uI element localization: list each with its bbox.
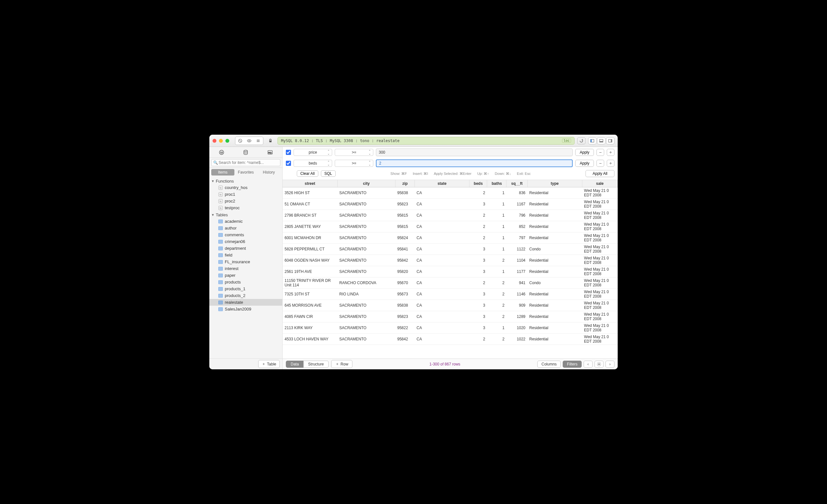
next-page-button[interactable]: ›	[605, 361, 615, 368]
column-header[interactable]: street	[283, 180, 337, 187]
table-cell[interactable]: 3	[470, 311, 487, 322]
sidebar-tab-favorites[interactable]: Favorites	[234, 169, 257, 175]
table-cell[interactable]: 1177	[506, 266, 527, 278]
table-cell[interactable]: 2113 KIRK WAY	[283, 322, 337, 334]
table-cell[interactable]: 95842	[395, 255, 415, 266]
column-header[interactable]: city	[337, 180, 395, 187]
table-cell[interactable]: 3	[470, 199, 487, 210]
table-cell[interactable]: RANCHO CORDOVA	[337, 278, 395, 289]
table-cell[interactable]: Wed May 21 0 EDT 2008	[582, 255, 617, 266]
table-cell[interactable]: CA	[415, 210, 470, 221]
table-cell[interactable]: 51 OMAHA CT	[283, 199, 337, 210]
apply-filter-button[interactable]: Apply	[575, 160, 594, 167]
table-cell[interactable]: SACRAMENTO	[337, 221, 395, 233]
table-cell[interactable]: Residential	[527, 233, 582, 244]
data-tab[interactable]: Data	[286, 361, 303, 368]
table-cell[interactable]: Wed May 21 0 EDT 2008	[582, 322, 617, 334]
table-cell[interactable]: 2	[470, 278, 487, 289]
table-cell[interactable]: 1	[487, 199, 506, 210]
sidebar-item-function[interactable]: fxcountry_hos	[209, 184, 282, 191]
table-cell[interactable]: Wed May 21 0 EDT 2008	[582, 244, 617, 255]
table-cell[interactable]: 2	[487, 334, 506, 345]
table-row[interactable]: 51 OMAHA CTSACRAMENTO95823CA311167Reside…	[283, 199, 618, 210]
table-cell[interactable]: 3526 HIGH ST	[283, 187, 337, 199]
table-cell[interactable]: 2	[470, 221, 487, 233]
table-cell[interactable]: Residential	[527, 334, 582, 345]
table-cell[interactable]: CA	[415, 266, 470, 278]
sidebar-item-table[interactable]: paper	[209, 272, 282, 279]
table-cell[interactable]: 95823	[395, 199, 415, 210]
sidebar-item-table[interactable]: interest	[209, 265, 282, 272]
table-cell[interactable]: 2	[470, 233, 487, 244]
filter-enabled-checkbox[interactable]	[286, 150, 291, 155]
table-cell[interactable]: 1	[487, 322, 506, 334]
sidebar-item-table[interactable]: SalesJan2009	[209, 306, 282, 312]
table-cell[interactable]: Residential	[527, 300, 582, 311]
column-header[interactable]: sq__ft	[506, 180, 527, 187]
table-cell[interactable]: 3	[470, 244, 487, 255]
table-cell[interactable]: 1020	[506, 322, 527, 334]
table-cell[interactable]: 7325 10TH ST	[283, 289, 337, 300]
table-row[interactable]: 3526 HIGH STSACRAMENTO95838CA21836Reside…	[283, 187, 618, 199]
minimize-window-button[interactable]	[219, 139, 223, 143]
table-cell[interactable]: 797	[506, 233, 527, 244]
table-cell[interactable]: 4533 LOCH HAVEN WAY	[283, 334, 337, 345]
table-cell[interactable]: Residential	[527, 187, 582, 199]
table-cell[interactable]: 2	[487, 278, 506, 289]
table-cell[interactable]: 1146	[506, 289, 527, 300]
table-cell[interactable]: Wed May 21 0 EDT 2008	[582, 334, 617, 345]
sidebar-item-table[interactable]: products_1	[209, 286, 282, 292]
clear-all-button[interactable]: Clear All	[297, 170, 318, 177]
table-row[interactable]: 6001 MCMAHON DRSACRAMENTO95824CA21797Res…	[283, 233, 618, 244]
table-cell[interactable]: Wed May 21 0 EDT 2008	[582, 187, 617, 199]
table-cell[interactable]: CA	[415, 289, 470, 300]
list-icon[interactable]	[254, 138, 262, 144]
add-filter-button[interactable]: ＋	[607, 149, 615, 156]
table-cell[interactable]: CA	[415, 199, 470, 210]
table-cell[interactable]: Condo	[527, 244, 582, 255]
table-cell[interactable]: Residential	[527, 210, 582, 221]
sidebar-item-function[interactable]: fxproc1	[209, 191, 282, 198]
bottom-panel-toggle[interactable]	[597, 137, 605, 144]
column-header[interactable]: beds	[470, 180, 487, 187]
table-cell[interactable]: SACRAMENTO	[337, 322, 395, 334]
table-cell[interactable]: 95820	[395, 266, 415, 278]
table-cell[interactable]: 95838	[395, 300, 415, 311]
table-cell[interactable]: 95842	[395, 334, 415, 345]
filter-enabled-checkbox[interactable]	[286, 161, 291, 166]
table-cell[interactable]: 1022	[506, 334, 527, 345]
table-cell[interactable]: 1	[487, 244, 506, 255]
table-cell[interactable]: SACRAMENTO	[337, 187, 395, 199]
table-cell[interactable]: Residential	[527, 322, 582, 334]
table-cell[interactable]: SACRAMENTO	[337, 210, 395, 221]
plug-icon[interactable]	[217, 149, 226, 156]
table-cell[interactable]: SACRAMENTO	[337, 300, 395, 311]
table-cell[interactable]: Wed May 21 0 EDT 2008	[582, 233, 617, 244]
table-cell[interactable]: Residential	[527, 199, 582, 210]
filters-button[interactable]: Filters	[563, 361, 582, 368]
table-cell[interactable]: 95838	[395, 187, 415, 199]
table-cell[interactable]: 2796 BRANCH ST	[283, 210, 337, 221]
table-cell[interactable]: SACRAMENTO	[337, 233, 395, 244]
table-cell[interactable]: Residential	[527, 311, 582, 322]
sidebar-item-table[interactable]: author	[209, 225, 282, 232]
table-cell[interactable]: 2	[470, 210, 487, 221]
apply-all-button[interactable]: Apply All	[586, 170, 615, 177]
table-cell[interactable]: Wed May 21 0 EDT 2008	[582, 278, 617, 289]
table-cell[interactable]: 95670	[395, 278, 415, 289]
table-cell[interactable]: 3	[470, 266, 487, 278]
sidebar-item-table[interactable]: crimejan06	[209, 238, 282, 245]
filter-value-input[interactable]	[376, 149, 573, 156]
add-table-button[interactable]: ＋Table	[258, 360, 280, 368]
table-cell[interactable]: Residential	[527, 266, 582, 278]
lock-icon[interactable]	[266, 137, 275, 144]
table-cell[interactable]: 1167	[506, 199, 527, 210]
tree-section-tables[interactable]: ▼Tables	[209, 211, 282, 218]
table-cell[interactable]: 3	[470, 255, 487, 266]
table-cell[interactable]: SACRAMENTO	[337, 266, 395, 278]
table-cell[interactable]: 2805 JANETTE WAY	[283, 221, 337, 233]
table-cell[interactable]: CA	[415, 311, 470, 322]
table-cell[interactable]: 95822	[395, 322, 415, 334]
table-cell[interactable]: 95823	[395, 311, 415, 322]
table-cell[interactable]: SACRAMENTO	[337, 244, 395, 255]
